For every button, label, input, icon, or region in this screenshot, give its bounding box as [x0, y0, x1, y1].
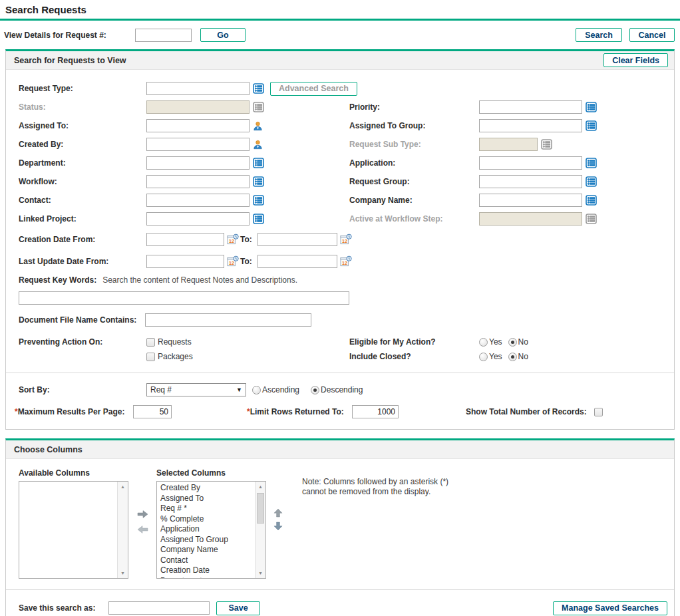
assigned-to-group-input[interactable] — [479, 119, 582, 132]
request-key-words-input[interactable] — [19, 291, 349, 305]
sort-by-select[interactable]: Req # ▼ — [146, 383, 246, 396]
assigned-to-group-label: Assigned To Group: — [349, 121, 479, 130]
last-update-date-to-input[interactable] — [257, 255, 337, 268]
active-at-workflow-step-label: Active at Workflow Step: — [349, 214, 479, 224]
created-by-user-picker-icon[interactable] — [253, 140, 263, 150]
list-item[interactable]: % Complete — [157, 514, 254, 524]
save-search-input[interactable] — [108, 601, 210, 615]
columns-note: Note: Columns followed by an asterisk (*… — [302, 468, 460, 497]
available-columns-scrollbar[interactable]: ▲ ▼ — [117, 482, 128, 578]
include-closed-no-radio[interactable] — [508, 353, 517, 361]
limit-rows-input[interactable] — [352, 405, 399, 418]
move-up-button[interactable] — [273, 508, 283, 518]
assigned-to-input[interactable] — [146, 119, 250, 132]
workflow-list-picker-icon[interactable] — [253, 176, 264, 187]
selected-columns-label: Selected Columns — [156, 468, 266, 478]
ascending-radio[interactable] — [252, 386, 261, 394]
last-update-date-to-calendar-icon[interactable]: 12 — [340, 255, 352, 267]
workflow-input[interactable] — [146, 175, 250, 188]
scroll-down-icon[interactable]: ▼ — [255, 568, 265, 578]
available-columns-group: Available Columns ▲ ▼ — [19, 468, 128, 579]
list-item[interactable]: Company Name — [157, 544, 254, 555]
descending-radio[interactable] — [311, 386, 319, 394]
list-item[interactable]: Req # * — [157, 503, 254, 514]
linked-project-input[interactable] — [146, 212, 250, 226]
selected-columns-scrollbar[interactable]: ▲ ▼ — [255, 482, 265, 578]
list-item[interactable]: Assigned To Group — [157, 534, 254, 545]
columns-chooser: Available Columns ▲ ▼ Selecte — [19, 468, 667, 579]
max-results-input[interactable] — [133, 405, 172, 418]
document-file-name-input[interactable] — [145, 313, 311, 327]
list-item[interactable]: Assigned To — [157, 493, 254, 504]
save-button[interactable]: Save — [216, 601, 260, 615]
svg-text:12: 12 — [229, 239, 234, 243]
preventing-action-on-label: Preventing Action On: — [19, 337, 146, 347]
move-left-button[interactable] — [137, 525, 148, 534]
list-item[interactable]: Contact — [157, 555, 254, 565]
creation-date-from-calendar-icon[interactable]: 12 — [227, 233, 239, 245]
search-section-title: Search for Requests to View — [14, 56, 126, 65]
show-total-checkbox[interactable] — [594, 408, 603, 416]
reorder-arrows — [266, 468, 290, 531]
department-list-picker-icon[interactable] — [253, 158, 264, 168]
created-by-input[interactable] — [146, 138, 250, 151]
request-sub-type-list-picker-icon — [541, 139, 552, 150]
eligible-no-radio[interactable] — [508, 338, 517, 347]
request-type-list-picker-icon[interactable] — [253, 83, 264, 94]
contact-label: Contact: — [19, 196, 146, 205]
request-group-input[interactable] — [479, 175, 582, 188]
cancel-button-top[interactable]: Cancel — [629, 28, 675, 42]
include-closed-label: Include Closed? — [349, 352, 479, 361]
last-update-date-from-calendar-icon[interactable]: 12 — [227, 255, 239, 267]
choose-columns-body: Available Columns ▲ ▼ Selecte — [6, 459, 674, 616]
available-columns-listbox[interactable]: ▲ ▼ — [19, 481, 128, 579]
include-closed-yes-radio[interactable] — [479, 353, 488, 361]
creation-date-to-input[interactable] — [257, 233, 337, 246]
eligible-yes-radio[interactable] — [479, 338, 488, 347]
application-list-picker-icon[interactable] — [586, 158, 597, 168]
list-item[interactable]: Department — [157, 575, 254, 579]
request-group-label: Request Group: — [349, 177, 479, 186]
row-document-file-name: Document File Name Contains: — [19, 311, 667, 329]
assigned-to-group-list-picker-icon[interactable] — [586, 120, 597, 131]
contact-input[interactable] — [146, 194, 250, 207]
scroll-up-icon[interactable]: ▲ — [255, 482, 265, 492]
search-button-top[interactable]: Search — [576, 28, 622, 42]
go-button[interactable]: Go — [200, 28, 246, 42]
list-item[interactable]: Created By — [157, 482, 254, 493]
clear-fields-button[interactable]: Clear Fields — [603, 53, 668, 67]
list-item[interactable]: Creation Date — [157, 565, 254, 575]
priority-list-picker-icon[interactable] — [586, 102, 597, 112]
request-number-input[interactable] — [135, 29, 192, 42]
company-name-input[interactable] — [479, 194, 582, 207]
page-header: Search Requests — [0, 0, 680, 21]
request-type-input[interactable] — [146, 82, 250, 95]
scroll-down-icon[interactable]: ▼ — [118, 568, 128, 578]
last-update-date-from-input[interactable] — [146, 255, 224, 268]
selected-columns-group: Selected Columns Created ByAssigned ToRe… — [156, 468, 266, 579]
company-name-list-picker-icon[interactable] — [586, 195, 597, 206]
row-linked-project: Linked Project: Active at Workflow Step: — [19, 210, 667, 228]
scrollbar-thumb[interactable] — [257, 493, 264, 524]
move-right-button[interactable] — [137, 510, 148, 519]
view-details-label: View Details for Request #: — [4, 31, 135, 40]
application-input[interactable] — [479, 156, 582, 170]
sort-divider — [6, 373, 674, 373]
assigned-to-user-picker-icon[interactable] — [253, 121, 263, 131]
contact-list-picker-icon[interactable] — [253, 195, 264, 206]
preventing-packages-checkbox[interactable] — [146, 353, 155, 361]
department-input[interactable] — [146, 156, 250, 170]
creation-date-from-input[interactable] — [146, 233, 224, 246]
priority-input[interactable] — [479, 100, 582, 114]
manage-saved-searches-button[interactable]: Manage Saved Searches — [553, 601, 667, 615]
linked-project-list-picker-icon[interactable] — [253, 214, 264, 224]
scroll-up-icon[interactable]: ▲ — [118, 482, 128, 492]
active-at-workflow-step-list-picker-icon — [586, 214, 597, 224]
request-group-list-picker-icon[interactable] — [586, 176, 597, 187]
move-down-button[interactable] — [273, 522, 283, 531]
creation-date-to-calendar-icon[interactable]: 12 — [340, 233, 352, 245]
selected-columns-listbox[interactable]: Created ByAssigned ToReq # *% CompleteAp… — [156, 481, 266, 579]
list-item[interactable]: Application — [157, 524, 254, 534]
preventing-requests-checkbox[interactable] — [146, 338, 155, 347]
advanced-search-button[interactable]: Advanced Search — [270, 82, 357, 96]
